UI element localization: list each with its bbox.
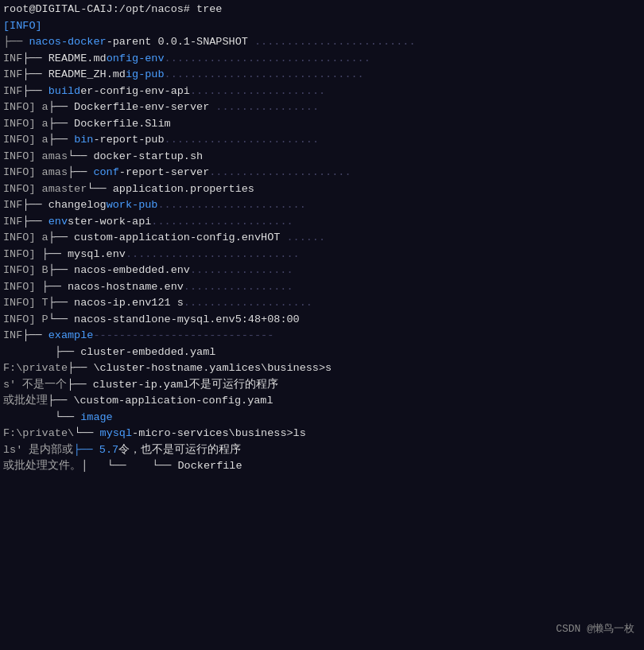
tree-line-cluster-ip: s' 不是一个├── cluster-ip.yaml不是可运行的程序 [3,377,641,394]
terminal-window: root@DIGITAL-CAIJ:/opt/nacos# tree [INFO… [0,0,644,650]
tree-line-nacos-standlone-env: INFO] P└── nacos-standlone-mysql.env5:48… [3,312,641,329]
tree-line-cluster-hostname: F:\private├── \cluster-hostname.yamlices… [3,360,641,377]
tree-line-app-properties: INFO] amaster└── application.properties [3,181,641,198]
tree-line-dockerfile-bottom: 或批处理文件。│ └── └── Dockerfile [3,458,641,475]
tree-line-nacos-ip-env: INFO] T├── nacos-ip.env121 s............… [3,295,641,312]
tree-line-example: INF├── example--------------------------… [3,328,641,344]
tree-line-dockerfile: INFO] a├── Dockerfile-env-server .......… [3,99,641,116]
tree-line-docker-startup: INFO] amas└── docker-startup.sh [3,149,641,165]
watermark: CSDN @懒鸟一枚 [556,621,634,636]
tree-line-custom-yaml: 或批处理├── \custom-application-config.yaml [3,393,641,410]
tree-line-mysql-env: INFO] ├── mysql.env.....................… [3,247,641,263]
terminal-content: root@DIGITAL-CAIJ:/opt/nacos# tree [INFO… [0,0,644,477]
tree-line-cluster-embedded: ├── cluster-embedded.yaml [3,344,641,361]
tree-line-build: INF├── builder-config-env-api...........… [3,84,641,100]
tree-line-readme-zh: INF├── README_ZH.mdig-pub...............… [3,67,641,84]
tree-line-nacos-embedded-env: INFO] B├── nacos-embedded.env...........… [3,263,641,279]
tree-line-env: INF├── envster-work-api.................… [3,214,641,231]
tree-line-mysql: F:\private\└── mysql-micro-services\busi… [3,426,641,442]
tree-line-bin: INFO] a├── bin-report-pub...............… [3,132,641,149]
tree-line-custom-env: INFO] a├── custom-application-config.env… [3,230,641,247]
info-line-1: [INFO] [3,18,641,35]
prompt-line: root@DIGITAL-CAIJ:/opt/nacos# tree [3,2,641,18]
tree-line-conf: INFO] amas├── conf-report-server........… [3,165,641,181]
tree-line-dockerfile-slim: INFO] a├── Dockerfile.Slim [3,116,641,133]
tree-line-image: └── image [3,410,641,426]
tree-line-changelog: INF├── changelogwork-pub................… [3,197,641,214]
tree-line-nacos-hostname-env: INFO] ├── nacos-hostname.env............… [3,279,641,296]
tree-line-nacos-docker: ├── nacos-docker-parent 0.0.1-SNAPSHOT .… [3,34,641,51]
tree-line-readme: INF├── README.mdonfig-env...............… [3,51,641,68]
tree-line-57: ls' 是内部或├── 5.7令，也不是可运行的程序 [3,442,641,459]
